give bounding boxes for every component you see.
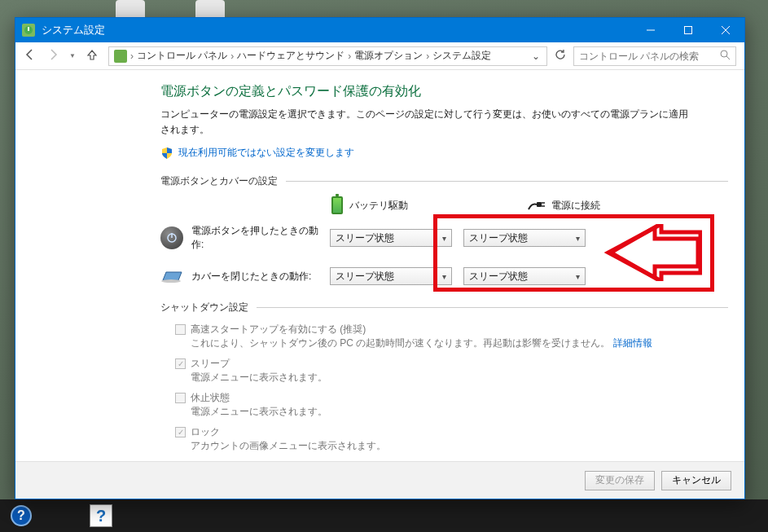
svg-point-6 — [721, 51, 727, 57]
lid-close-plugged-dropdown[interactable]: スリープ状態▾ — [463, 267, 586, 285]
taskbar: ? ? — [0, 499, 768, 532]
svg-point-13 — [161, 279, 181, 283]
breadcrumb-item[interactable]: 電源オプション — [354, 49, 423, 63]
shutdown-option-label: 休止状態 — [191, 391, 230, 405]
power-button-action-row: 電源ボタンを押したときの動作: スリープ状態▾ スリープ状態▾ — [160, 224, 728, 252]
maximize-button[interactable] — [669, 18, 707, 42]
page-heading: 電源ボタンの定義とパスワード保護の有効化 — [160, 83, 728, 100]
shutdown-option: 高速スタートアップを有効にする (推奨)これにより、シャットダウン後の PC の… — [175, 323, 728, 355]
shutdown-section-label: シャットダウン設定 — [160, 301, 728, 314]
plugged-column-head: 電源に接続 — [527, 199, 649, 213]
taskbar-help-window-icon[interactable]: ? — [85, 503, 117, 529]
chevron-down-icon: ▾ — [576, 272, 580, 281]
lid-close-action-row: カバーを閉じたときの動作: スリープ状態▾ スリープ状態▾ — [160, 265, 728, 288]
breadcrumb[interactable]: › コントロール パネル › ハードウェアとサウンド › 電源オプション › シ… — [108, 46, 547, 66]
content-area: 電源ボタンの定義とパスワード保護の有効化 コンピューターの電源設定を選択できます… — [15, 70, 744, 461]
checkbox: ✓ — [175, 427, 186, 437]
titlebar: システム設定 — [15, 18, 744, 42]
battery-column-head: バッテリ駆動 — [331, 196, 454, 214]
chevron-down-icon: ▾ — [576, 234, 580, 243]
nav-toolbar: ▼ › コントロール パネル › ハードウェアとサウンド › 電源オプション ›… — [15, 42, 744, 70]
shutdown-option-desc: これにより、シャットダウン後の PC の起動時間が速くなります。再起動は影響を受… — [191, 336, 728, 350]
breadcrumb-item[interactable]: ハードウェアとサウンド — [237, 49, 345, 63]
svg-rect-1 — [28, 27, 29, 31]
save-button[interactable]: 変更の保存 — [585, 471, 655, 490]
checkbox — [175, 393, 186, 403]
dialog-footer: 変更の保存 キャンセル — [15, 461, 744, 499]
minimize-button[interactable] — [632, 18, 669, 42]
cancel-button[interactable]: キャンセル — [661, 471, 731, 490]
shutdown-option-label: スリープ — [191, 357, 230, 371]
taskbar-help-icon[interactable]: ? — [5, 503, 37, 529]
search-input[interactable] — [579, 51, 709, 62]
shutdown-option: ✓スリープ電源メニューに表示されます。 — [175, 357, 728, 389]
svg-rect-3 — [685, 27, 692, 34]
recent-locations-button[interactable]: ▼ — [69, 52, 76, 59]
back-button[interactable] — [24, 48, 37, 64]
power-button-plugged-dropdown[interactable]: スリープ状態▾ — [463, 229, 586, 247]
page-description: コンピューターの電源設定を選択できます。このページの設定に対して行う変更は、お使… — [160, 107, 696, 138]
search-box[interactable] — [573, 46, 736, 66]
breadcrumb-item[interactable]: システム設定 — [432, 49, 491, 63]
shutdown-option-desc: 電源メニューに表示されます。 — [191, 405, 728, 419]
app-icon — [22, 24, 35, 37]
uac-shield-icon — [160, 147, 173, 160]
battery-icon — [331, 196, 343, 214]
svg-line-7 — [726, 56, 730, 59]
power-button-icon — [160, 226, 183, 249]
breadcrumb-dropdown-icon[interactable]: ⌄ — [530, 51, 542, 62]
power-button-section-label: 電源ボタンとカバーの設定 — [160, 174, 728, 188]
close-button[interactable] — [707, 18, 744, 42]
shutdown-option-desc: アカウントの画像メニューに表示されます。 — [191, 439, 728, 453]
chevron-down-icon: ▾ — [442, 234, 446, 243]
up-button[interactable] — [86, 48, 99, 64]
power-button-action-label: 電源ボタンを押したときの動作: — [191, 224, 330, 252]
power-button-battery-dropdown[interactable]: スリープ状態▾ — [330, 229, 452, 247]
svg-rect-8 — [537, 202, 542, 207]
forward-button[interactable] — [46, 48, 59, 64]
lid-close-action-label: カバーを閉じたときの動作: — [191, 270, 330, 284]
refresh-button[interactable] — [552, 49, 568, 63]
change-unavailable-settings-link[interactable]: 現在利用可能ではない設定を変更します — [178, 146, 354, 160]
shutdown-option: ✓ロックアカウントの画像メニューに表示されます。 — [175, 425, 728, 458]
breadcrumb-item[interactable]: コントロール パネル — [137, 49, 227, 63]
details-link[interactable]: 詳細情報 — [613, 337, 652, 349]
checkbox: ✓ — [175, 358, 186, 369]
shutdown-option-label: ロック — [191, 425, 220, 439]
checkbox — [175, 324, 186, 335]
shutdown-option-label: 高速スタートアップを有効にする (推奨) — [191, 323, 366, 336]
chevron-down-icon: ▾ — [442, 272, 446, 281]
search-icon — [720, 50, 731, 63]
system-settings-window: システム設定 ▼ › コントロール パネル › ハードウェアとサウンド › 電 — [15, 17, 745, 499]
shutdown-option: 休止状態電源メニューに表示されます。 — [175, 391, 728, 424]
lid-close-battery-dropdown[interactable]: スリープ状態▾ — [330, 267, 452, 285]
lid-icon — [160, 265, 183, 288]
window-title: システム設定 — [42, 23, 105, 37]
shutdown-option-desc: 電源メニューに表示されます。 — [191, 371, 728, 385]
plug-icon — [527, 200, 545, 211]
control-panel-icon — [114, 50, 127, 63]
